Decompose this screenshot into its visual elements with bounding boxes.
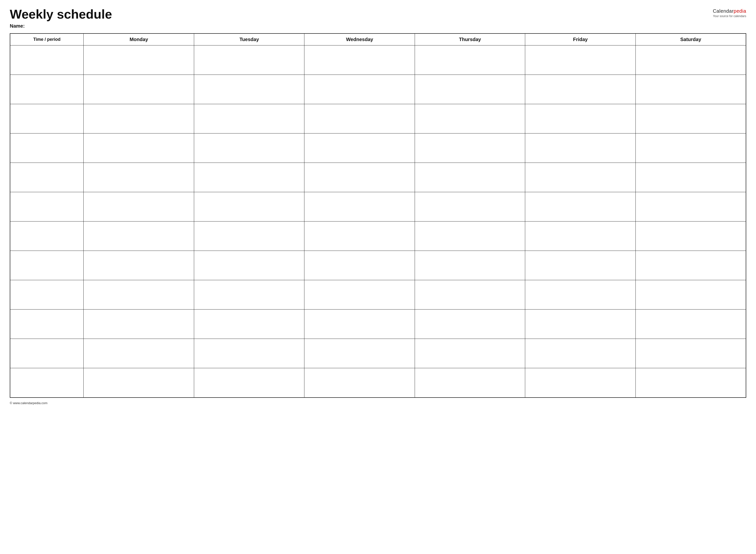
day-cell[interactable] <box>305 310 415 339</box>
day-cell[interactable] <box>415 133 525 163</box>
day-cell[interactable] <box>415 104 525 133</box>
day-cell[interactable] <box>525 222 636 251</box>
day-cell[interactable] <box>194 46 305 75</box>
day-cell[interactable] <box>305 251 415 280</box>
day-cell[interactable] <box>84 222 194 251</box>
day-cell[interactable] <box>636 339 746 368</box>
footer: © www.calendarpedia.com <box>10 401 746 405</box>
day-cell[interactable] <box>415 339 525 368</box>
day-cell[interactable] <box>305 192 415 222</box>
day-cell[interactable] <box>415 368 525 397</box>
time-cell[interactable] <box>10 339 84 368</box>
day-cell[interactable] <box>84 280 194 310</box>
day-cell[interactable] <box>636 251 746 280</box>
day-cell[interactable] <box>194 192 305 222</box>
day-cell[interactable] <box>525 192 636 222</box>
day-cell[interactable] <box>84 163 194 192</box>
day-cell[interactable] <box>525 104 636 133</box>
table-row <box>10 280 746 310</box>
col-header-wednesday: Wednesday <box>305 34 415 46</box>
day-cell[interactable] <box>636 104 746 133</box>
day-cell[interactable] <box>525 310 636 339</box>
day-cell[interactable] <box>415 163 525 192</box>
time-cell[interactable] <box>10 368 84 397</box>
day-cell[interactable] <box>636 192 746 222</box>
col-header-monday: Monday <box>84 34 194 46</box>
day-cell[interactable] <box>525 163 636 192</box>
day-cell[interactable] <box>415 251 525 280</box>
day-cell[interactable] <box>305 368 415 397</box>
day-cell[interactable] <box>305 163 415 192</box>
day-cell[interactable] <box>636 75 746 104</box>
day-cell[interactable] <box>194 368 305 397</box>
day-cell[interactable] <box>194 133 305 163</box>
day-cell[interactable] <box>415 222 525 251</box>
day-cell[interactable] <box>525 75 636 104</box>
time-cell[interactable] <box>10 192 84 222</box>
day-cell[interactable] <box>525 251 636 280</box>
time-cell[interactable] <box>10 310 84 339</box>
col-header-thursday: Thursday <box>415 34 525 46</box>
day-cell[interactable] <box>84 75 194 104</box>
day-cell[interactable] <box>415 192 525 222</box>
table-row <box>10 104 746 133</box>
time-cell[interactable] <box>10 280 84 310</box>
day-cell[interactable] <box>636 163 746 192</box>
day-cell[interactable] <box>415 46 525 75</box>
time-cell[interactable] <box>10 46 84 75</box>
day-cell[interactable] <box>84 310 194 339</box>
logo-accent: pedia <box>734 8 746 14</box>
day-cell[interactable] <box>415 310 525 339</box>
time-cell[interactable] <box>10 163 84 192</box>
table-row <box>10 310 746 339</box>
day-cell[interactable] <box>194 104 305 133</box>
day-cell[interactable] <box>305 133 415 163</box>
day-cell[interactable] <box>636 222 746 251</box>
time-cell[interactable] <box>10 251 84 280</box>
day-cell[interactable] <box>305 46 415 75</box>
col-header-saturday: Saturday <box>636 34 746 46</box>
day-cell[interactable] <box>636 310 746 339</box>
time-cell[interactable] <box>10 104 84 133</box>
day-cell[interactable] <box>305 280 415 310</box>
day-cell[interactable] <box>305 339 415 368</box>
time-cell[interactable] <box>10 75 84 104</box>
day-cell[interactable] <box>194 222 305 251</box>
name-label: Name: <box>10 23 746 29</box>
table-row <box>10 368 746 397</box>
day-cell[interactable] <box>84 104 194 133</box>
day-cell[interactable] <box>194 75 305 104</box>
day-cell[interactable] <box>194 280 305 310</box>
day-cell[interactable] <box>305 75 415 104</box>
day-cell[interactable] <box>305 104 415 133</box>
table-row <box>10 339 746 368</box>
day-cell[interactable] <box>84 251 194 280</box>
day-cell[interactable] <box>84 368 194 397</box>
col-header-friday: Friday <box>525 34 636 46</box>
day-cell[interactable] <box>194 310 305 339</box>
day-cell[interactable] <box>636 368 746 397</box>
day-cell[interactable] <box>194 163 305 192</box>
time-cell[interactable] <box>10 222 84 251</box>
day-cell[interactable] <box>525 280 636 310</box>
day-cell[interactable] <box>525 368 636 397</box>
day-cell[interactable] <box>636 46 746 75</box>
day-cell[interactable] <box>194 251 305 280</box>
time-cell[interactable] <box>10 133 84 163</box>
day-cell[interactable] <box>194 339 305 368</box>
logo-brand: Calendar <box>713 8 734 14</box>
footer-text: © www.calendarpedia.com <box>10 401 47 405</box>
day-cell[interactable] <box>525 339 636 368</box>
day-cell[interactable] <box>415 280 525 310</box>
day-cell[interactable] <box>84 339 194 368</box>
day-cell[interactable] <box>636 133 746 163</box>
day-cell[interactable] <box>84 133 194 163</box>
table-row <box>10 46 746 75</box>
day-cell[interactable] <box>84 192 194 222</box>
day-cell[interactable] <box>84 46 194 75</box>
day-cell[interactable] <box>415 75 525 104</box>
day-cell[interactable] <box>525 133 636 163</box>
day-cell[interactable] <box>525 46 636 75</box>
day-cell[interactable] <box>636 280 746 310</box>
day-cell[interactable] <box>305 222 415 251</box>
